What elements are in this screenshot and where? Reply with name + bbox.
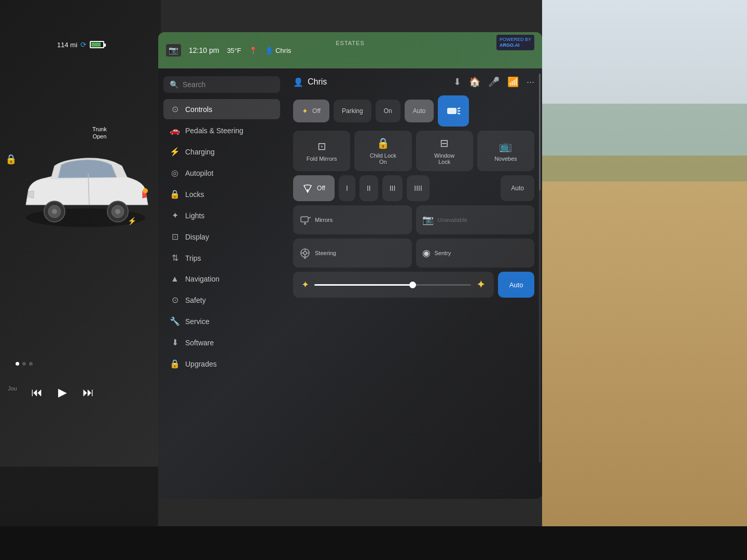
sidebar-item-controls[interactable]: ⊙ Controls: [163, 99, 280, 119]
lights-on-button[interactable]: On: [376, 100, 400, 122]
wiper-speed-1[interactable]: I: [339, 175, 355, 201]
scroll-bar[interactable]: [539, 74, 541, 463]
profile-name: 👤 Chris: [293, 77, 327, 87]
sun-icon-small: ✦: [302, 107, 308, 115]
svg-point-4: [52, 209, 57, 214]
wipers-off-button[interactable]: Off: [293, 175, 335, 201]
brightness-thumb[interactable]: [409, 282, 416, 288]
lights-section: ✦ Off Parking On Auto: [293, 95, 534, 127]
autopilot-icon: ◎: [170, 168, 180, 178]
mirrors-adjust-button[interactable]: Mirrors: [293, 205, 412, 234]
prev-button[interactable]: ⏮: [31, 386, 43, 399]
fold-mirrors-icon: ⊡: [317, 140, 326, 152]
map-logo: POWERED BY ARGO.AI: [496, 35, 534, 50]
upgrades-label: Upgrades: [185, 360, 217, 368]
service-label: Service: [185, 317, 210, 326]
play-button[interactable]: ▶: [58, 386, 67, 399]
page-dots: [16, 362, 33, 366]
next-button[interactable]: ⏭: [82, 386, 94, 399]
mirror-grid: ⊡ Fold Mirrors 🔒 Child LockOn ⊟ WindowLo…: [293, 131, 534, 171]
wiper-speed-3[interactable]: III: [382, 175, 403, 201]
svg-point-7: [115, 209, 120, 214]
car-svg: [16, 150, 156, 239]
sidebar-item-software[interactable]: ⬇ Software: [163, 332, 280, 353]
pedals-label: Pedals & Steering: [185, 127, 243, 135]
scroll-thumb: [539, 74, 541, 190]
map-time: 12:10 pm: [189, 46, 219, 54]
child-lock-button[interactable]: 🔒 Child LockOn: [354, 131, 411, 171]
window-lock-label: WindowLock: [434, 152, 454, 165]
battery-miles: 114 mi: [57, 41, 77, 49]
dot-2: [22, 362, 26, 366]
location-label: ESTATES: [336, 40, 365, 46]
svg-line-10: [458, 108, 460, 109]
fold-mirrors-button[interactable]: ⊡ Fold Mirrors: [293, 131, 350, 171]
fold-mirrors-label: Fold Mirrors: [307, 156, 337, 162]
mirrors-adjust-icon: [299, 214, 311, 226]
sidebar-item-navigation[interactable]: ▲ Navigation: [163, 269, 280, 289]
sidebar-item-upgrades[interactable]: 🔒 Upgrades: [163, 354, 280, 374]
brightness-track[interactable]: [314, 284, 471, 286]
autopilot-label: Autopilot: [185, 169, 213, 177]
pedals-icon: 🚗: [170, 125, 180, 135]
sidebar-item-autopilot[interactable]: ◎ Autopilot: [163, 163, 280, 183]
lights-icon-button[interactable]: [438, 95, 469, 127]
brightness-auto-button[interactable]: Auto: [498, 272, 534, 298]
steering-adjust-button[interactable]: Steering: [293, 239, 412, 268]
sidebar-item-charging[interactable]: ⚡ Charging: [163, 142, 280, 162]
seat-controls-row2: Steering ◉ Sentry: [293, 239, 534, 268]
unavailable-button: 📷 Unavailable: [416, 205, 535, 234]
media-controls[interactable]: ⏮ ▶ ⏭: [31, 386, 94, 399]
wipers-section: Off I II III IIII Auto: [293, 175, 534, 201]
more-icon[interactable]: ···: [527, 77, 534, 88]
novebes-button[interactable]: 📺 Novebes: [477, 131, 534, 171]
upgrades-icon: 🔒: [170, 359, 180, 369]
sentry-icon: ◉: [422, 247, 431, 259]
window-lock-button[interactable]: ⊟ WindowLock: [416, 131, 473, 171]
software-label: Software: [185, 339, 214, 347]
map-user-icon: 👤: [265, 47, 273, 54]
wiper-speed-2[interactable]: II: [359, 175, 378, 201]
lock-icon: 🔒: [5, 153, 17, 165]
service-icon: 🔧: [170, 316, 180, 326]
car-image: [16, 150, 156, 239]
search-bar[interactable]: 🔍 Search: [163, 76, 280, 93]
dot-1: [16, 362, 19, 366]
sync-icon: ⟳: [80, 40, 87, 49]
trunk-label: Trunk Open: [92, 125, 107, 141]
mic-icon[interactable]: 🎤: [488, 76, 500, 88]
wiper-speed-4[interactable]: IIII: [407, 175, 430, 201]
sidebar-item-lights[interactable]: ✦ Lights: [163, 205, 280, 226]
seat-controls-row1: Mirrors 📷 Unavailable: [293, 205, 534, 234]
sidebar-item-locks[interactable]: 🔒 Locks: [163, 184, 280, 204]
wiper-auto-button[interactable]: Auto: [501, 175, 534, 201]
sidebar-item-display[interactable]: ⊡ Display: [163, 227, 280, 247]
sidebar-item-trips[interactable]: ⇅ Trips: [163, 248, 280, 268]
lights-auto-button[interactable]: Auto: [405, 100, 434, 122]
map-temp: 35°F: [227, 47, 241, 54]
charging-label: Charging: [185, 148, 215, 156]
sidebar-item-pedals[interactable]: 🚗 Pedals & Steering: [163, 120, 280, 141]
svg-line-12: [458, 113, 460, 114]
brightness-sun-icon: ✦: [301, 279, 309, 290]
download-icon[interactable]: ⬇: [453, 76, 461, 88]
bottom-bar: [0, 526, 747, 560]
sidebar-item-service[interactable]: 🔧 Service: [163, 311, 280, 331]
safety-icon: ⊙: [170, 295, 180, 305]
camera-icon: 📷: [166, 44, 181, 57]
steering-icon: [299, 247, 311, 259]
navigation-icon: ▲: [170, 274, 180, 284]
brightness-slider[interactable]: ✦ ✦: [293, 272, 494, 298]
lights-off-button[interactable]: ✦ Off: [293, 100, 329, 122]
signal-icon[interactable]: 📶: [507, 76, 519, 88]
display-icon: ⊡: [170, 232, 180, 242]
map-strip: 📷 12:10 pm 35°F 📍 👤 Chris POWERED BY ARG…: [158, 32, 542, 68]
sentry-button[interactable]: ◉ Sentry: [416, 239, 535, 268]
map-overlay: 📷 12:10 pm 35°F 📍 👤 Chris: [158, 32, 542, 68]
parking-button[interactable]: Parking: [334, 100, 371, 122]
lights-off-label: Off: [312, 107, 321, 115]
home-icon[interactable]: 🏠: [469, 76, 480, 88]
sidebar-item-safety[interactable]: ⊙ Safety: [163, 290, 280, 310]
locks-label: Locks: [185, 190, 204, 199]
search-placeholder: Search: [183, 80, 205, 89]
